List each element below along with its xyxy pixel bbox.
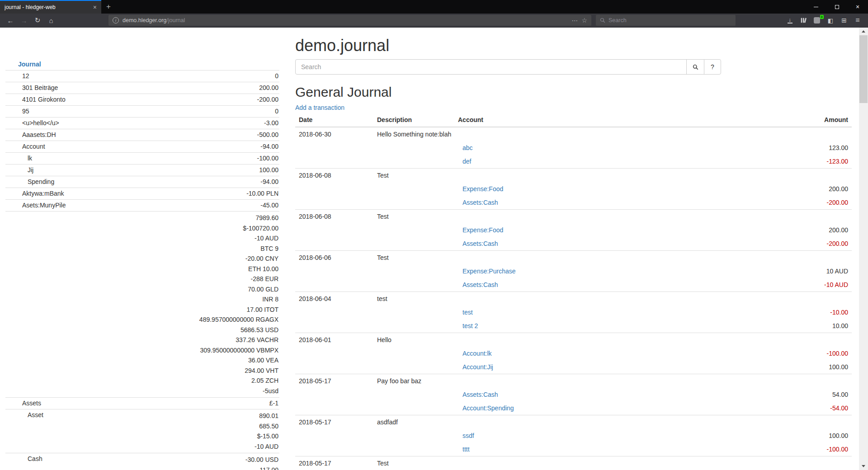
posting-account-link[interactable]: Account:Spending [462,404,514,412]
account-balance: 489.957000000000 RGAGX [124,315,278,325]
account-link[interactable]: Assets [22,400,41,407]
tab-close-icon[interactable]: × [93,4,97,10]
account-balance: -5usd [124,386,278,396]
posting-amount: -10.00 [773,306,852,319]
posting-amount: -200.00 [773,237,852,251]
account-balance: 890.01 [124,411,278,421]
posting-date-spacer [295,141,373,155]
journal-search-button[interactable] [686,59,704,75]
posting-account-link[interactable]: Expense:Food [462,226,503,234]
account-link[interactable]: 95 [22,108,29,115]
home-button[interactable]: ⌂ [44,14,58,26]
account-link[interactable]: Aktywa:mBank [22,190,64,197]
posting-account-link[interactable]: Assets:Cash [462,391,498,398]
posting-amount: 200.00 [773,223,852,237]
tab-title: journal - hledger-web [5,4,90,10]
account-link[interactable]: Account [22,143,45,150]
sidebar-account-row: Account-94.00 [5,141,279,153]
posting-account-link[interactable]: Assets:Cash [462,240,498,247]
posting-account-link[interactable]: Expense:Food [462,185,503,193]
scroll-up-button[interactable] [859,28,868,35]
posting-row: Expense:Food200.00 [295,182,852,196]
scrollbar-thumb[interactable] [859,35,868,103]
page-content: Journal 120301 Beiträge200.004101 Giroko… [0,28,859,470]
browser-search-bar[interactable]: Search [596,15,736,26]
posting-amount: -10 AUD [773,278,852,292]
sidebar-toggle-icon: ◧ [828,17,833,24]
account-balance: -10.00 PLN [124,189,278,198]
bookmark-star-icon[interactable]: ☆ [581,17,587,24]
back-button[interactable]: ← [4,14,17,26]
account-link[interactable]: lk [28,155,32,162]
menu-button[interactable]: ≡ [851,14,864,26]
posting-account-link[interactable]: Account:lk [462,350,492,357]
posting-date-spacer [295,388,373,401]
posting-desc-spacer [373,196,454,210]
site-info-icon[interactable]: i [113,17,119,24]
downloads-button[interactable]: ↓ [783,14,797,26]
posting-date-spacer [295,196,373,210]
browser-toolbar: ← → ↻ ⌂ i demo.hledger.org/journal ⋯ ☆ S… [0,14,868,28]
account-link[interactable]: 301 Beiträge [22,84,58,91]
posting-account-link[interactable]: ssdf [462,432,474,439]
browser-tab[interactable]: journal - hledger-web × [0,0,101,14]
help-button[interactable]: ? [704,59,721,75]
transaction: 2018-06-06TestExpense:Purchase10 AUDAsse… [295,251,852,292]
transaction: 2018-06-04testtest-10.00test 210.00 [295,292,852,333]
search-icon [600,18,605,23]
account-link[interactable]: 12 [22,72,29,80]
page-scrollbar[interactable] [859,28,868,470]
account-link[interactable]: Asets:MunyPile [22,202,66,209]
transaction-amount-spacer [773,251,852,265]
sidebar-account-row: Aktywa:mBank-10.00 PLN [5,188,279,200]
sidebar-account-row: 120 [5,70,279,82]
account-balance: INR 8 [124,294,278,305]
account-link[interactable]: Spending [28,178,54,185]
transaction-description: Test [373,251,773,265]
posting-amount: -54.00 [773,401,852,415]
library-button[interactable] [797,14,810,26]
posting-account-link[interactable]: tttt [462,446,470,453]
account-link[interactable]: 4101 Girokonto [22,96,66,103]
posting-date-spacer [295,319,373,333]
apps-grid-button[interactable]: ⊞ [837,14,851,26]
new-tab-button[interactable]: + [101,0,116,14]
account-link[interactable]: <u>hello</u> [22,119,59,127]
posting-account-link[interactable]: def [462,158,471,165]
minimize-button[interactable] [806,0,826,14]
posting-row: test-10.00 [295,306,852,319]
forward-button[interactable]: → [17,14,31,26]
accounts-sidebar: Journal 120301 Beiträge200.004101 Giroko… [5,59,279,470]
maximize-button[interactable] [826,0,847,14]
posting-row: Account:Jij100.00 [295,360,852,374]
reload-button[interactable]: ↻ [31,14,44,26]
posting-account-link[interactable]: Expense:Purchase [462,268,516,275]
extension-button[interactable]: 0 [810,14,824,26]
account-link[interactable]: Jij [28,166,33,174]
account-balance: 5686.53 USD [124,325,278,335]
journal-link[interactable]: Journal [18,61,41,68]
posting-desc-spacer [373,264,454,278]
close-button[interactable]: × [847,0,868,14]
account-balance: -3.00 [124,119,278,127]
account-link[interactable]: Cash [28,455,42,462]
account-balance: -288 EUR [124,274,278,284]
url-bar[interactable]: i demo.hledger.org/journal ⋯ ☆ [108,15,591,26]
sidebar-toggle-button[interactable]: ◧ [824,14,837,26]
posting-account-link[interactable]: Assets:Cash [462,199,498,206]
posting-account-link[interactable]: Assets:Cash [462,281,498,288]
add-transaction-link[interactable]: Add a transaction [295,104,344,111]
account-balance: 685.50 [124,421,278,432]
posting-row: tttt-100.00 [295,442,852,456]
transaction-row: 2018-06-04test [295,292,852,306]
account-link[interactable]: Asset [28,411,43,418]
posting-account-link[interactable]: test 2 [462,322,478,329]
posting-account-link[interactable]: test [462,309,473,316]
page-actions-icon[interactable]: ⋯ [571,17,578,24]
journal-search-input[interactable] [295,59,687,75]
scroll-down-button[interactable] [859,462,868,470]
account-link[interactable]: Aaasets:DH [22,131,56,138]
posting-account-link[interactable]: Account:Jij [462,363,493,371]
posting-account-link[interactable]: abc [462,144,473,151]
posting-desc-spacer [373,182,454,196]
